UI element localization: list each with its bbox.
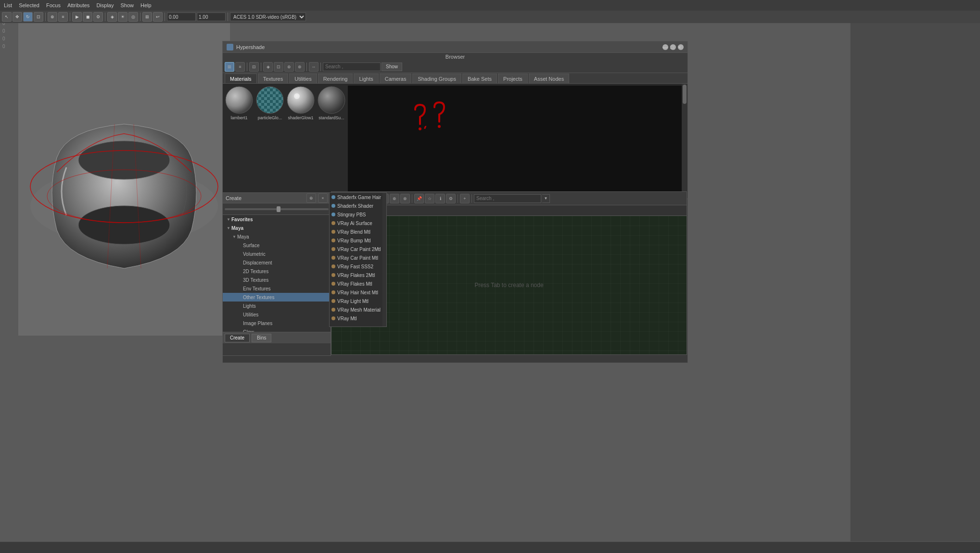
menu-attributes[interactable]: Attributes (67, 2, 89, 8)
hs-tabs: Materials Textures Utilities Rendering L… (223, 73, 687, 84)
hs-scrollbar[interactable] (682, 84, 687, 199)
ne-bookmark-btn[interactable]: ☆ (425, 194, 434, 203)
material-lambert1[interactable]: lambert1 (225, 86, 254, 197)
maximize-btn[interactable]: □ (670, 44, 676, 50)
grid-btn[interactable]: ⊞ (142, 12, 152, 22)
tree-surface[interactable]: Surface (223, 241, 331, 250)
footer-tab-create[interactable]: Create (225, 334, 250, 342)
hs-arrow-btn[interactable]: ↔ (309, 62, 318, 72)
3d-viewport[interactable] (18, 23, 230, 336)
shader-shaderfx-gamehair[interactable]: Shaderfx Game Hair (330, 193, 386, 201)
tree-maya[interactable]: ▼ Maya (223, 232, 331, 241)
tab-lights[interactable]: Lights (354, 74, 378, 83)
material-shaderglow1[interactable]: shaderGlow1 (286, 86, 315, 197)
menu-focus[interactable]: Focus (46, 2, 61, 8)
footer-tab-bins[interactable]: Bins (252, 334, 271, 342)
tree-favorites[interactable]: ▼ Favorites (223, 215, 331, 224)
shader-vray-flakes[interactable]: VRay Flakes Mtl (330, 279, 386, 288)
create-size-slider[interactable] (225, 208, 329, 210)
ne-info-btn[interactable]: ℹ (435, 194, 445, 203)
ne-connect-btn[interactable]: ⊗ (400, 194, 410, 203)
render-btn[interactable]: ▶ (72, 12, 82, 22)
tree-2d-textures[interactable]: 2D Textures (223, 267, 331, 276)
tree-image-planes[interactable]: Image Planes (223, 319, 331, 327)
menu-selected[interactable]: Selected (19, 2, 39, 8)
tree-other-textures[interactable]: Other Textures (223, 293, 331, 302)
hs-sort-btn[interactable]: ⊟ (249, 62, 259, 72)
hs-materials-view-btn[interactable]: ⊞ (225, 62, 234, 72)
shader-vray-fastsss2[interactable]: VRay Fast SSS2 (330, 262, 386, 271)
menu-show[interactable]: Show (120, 2, 134, 8)
move-tool-btn[interactable]: ✥ (13, 12, 22, 22)
tab-asset-nodes[interactable]: Asset Nodes (529, 74, 569, 83)
snap2-btn[interactable]: ≡ (58, 12, 68, 22)
ne-search-input[interactable] (474, 194, 541, 203)
hs-frame-btn[interactable]: ⊡ (274, 62, 283, 72)
shader-vray-light[interactable]: VRay Light Mtl (330, 297, 386, 305)
tab-shading-groups[interactable]: Shading Groups (412, 74, 461, 83)
material-particleglow[interactable]: particleGlo... (255, 86, 284, 197)
shader-vray-mesh[interactable]: VRay Mesh Material (330, 305, 386, 314)
tab-utilities[interactable]: Utilities (289, 74, 317, 83)
value2-input[interactable] (197, 13, 226, 21)
tree-maya-top[interactable]: ▼ Maya (223, 224, 331, 232)
tree-displacement[interactable]: Displacement (223, 258, 331, 267)
tab-rendering[interactable]: Rendering (318, 74, 353, 83)
hs-filter-btn[interactable]: ⊕ (284, 62, 294, 72)
snap-btn[interactable]: ⊕ (48, 12, 57, 22)
shader-shaderfx-shader[interactable]: Shaderfx Shader (330, 201, 386, 210)
tab-materials[interactable]: Materials (225, 74, 257, 83)
hs-show-btn[interactable]: Show (382, 63, 402, 71)
undo-btn[interactable]: ↩ (153, 12, 163, 22)
tab-bake-sets[interactable]: Bake Sets (462, 74, 497, 83)
tree-volumetric[interactable]: Volumetric (223, 250, 331, 258)
display-btn[interactable]: ◈ (107, 12, 117, 22)
rotate-tool-btn[interactable]: ↻ (23, 12, 33, 22)
hs-search-input[interactable] (323, 63, 381, 71)
render-settings-btn[interactable]: ⚙ (93, 12, 103, 22)
shader-vray-hairnext[interactable]: VRay Hair Next Mtl (330, 288, 386, 297)
tab-cameras[interactable]: Cameras (380, 74, 412, 83)
ne-settings-btn[interactable]: ⚙ (446, 194, 456, 203)
shading-btn[interactable]: ◎ (128, 12, 138, 22)
create-close-btn[interactable]: × (318, 193, 328, 203)
ne-search-dropdown[interactable]: ▼ (542, 194, 550, 203)
tab-textures[interactable]: Textures (258, 74, 289, 83)
menu-list[interactable]: List (4, 2, 12, 8)
shader-scrollbar[interactable] (382, 193, 386, 327)
scale-tool-btn[interactable]: ⊡ (34, 12, 43, 22)
renderer-select[interactable]: ACES 1.0 SDR-video (sRGB) (230, 13, 306, 21)
ipr-btn[interactable]: ◼ (83, 12, 92, 22)
shader-vray-blend[interactable]: VRay Blend Mtl (330, 227, 386, 236)
hs-scroll-thumb[interactable] (683, 85, 687, 104)
tree-3d-textures[interactable]: 3D Textures (223, 276, 331, 284)
hs-display-btn[interactable]: ◈ (263, 62, 273, 72)
lighting-btn[interactable]: ☀ (118, 12, 127, 22)
shader-vray-carpaint2[interactable]: VRay Car Paint 2Mtl (330, 245, 386, 253)
value1-input[interactable] (167, 13, 196, 21)
shader-vray-bump[interactable]: VRay Bump Mtl (330, 236, 386, 245)
menu-display[interactable]: Display (96, 2, 114, 8)
shader-vray-carpaint[interactable]: VRay Car Paint Mtl (330, 253, 386, 262)
tree-lights[interactable]: Lights (223, 302, 331, 310)
create-expand-btn[interactable]: ⊕ (306, 193, 316, 203)
hs-connect-btn[interactable]: ⊗ (295, 62, 305, 72)
tree-env-textures[interactable]: Env Textures (223, 284, 331, 293)
hs-toolbar: ⊞ ≡ ⊟ ◈ ⊡ ⊕ ⊗ ↔ Show (223, 61, 687, 73)
ne-plus-btn[interactable]: + (460, 194, 470, 203)
select-tool-btn[interactable]: ↖ (2, 12, 12, 22)
close-btn[interactable]: × (678, 44, 684, 50)
menu-help[interactable]: Help (140, 2, 152, 8)
hs-list-view-btn[interactable]: ≡ (235, 62, 245, 72)
ne-collapse-btn[interactable]: ⊕ (390, 194, 399, 203)
shader-vray-flakes2[interactable]: VRay Flakes 2Mtl (330, 271, 386, 279)
minimize-btn[interactable]: — (662, 44, 668, 50)
shader-vray-ai-surface[interactable]: VRay Ai Surface (330, 219, 386, 227)
tree-glow[interactable]: Glow (223, 327, 331, 332)
shader-vray-mtl[interactable]: VRay Mtl (330, 314, 386, 323)
tab-projects[interactable]: Projects (498, 74, 528, 83)
tree-utilities[interactable]: Utilities (223, 310, 331, 319)
material-standardsurface[interactable]: standardSu... (317, 86, 346, 197)
ne-pin-btn[interactable]: 📌 (414, 194, 424, 203)
shader-stingray[interactable]: Stingray PBS (330, 210, 386, 219)
